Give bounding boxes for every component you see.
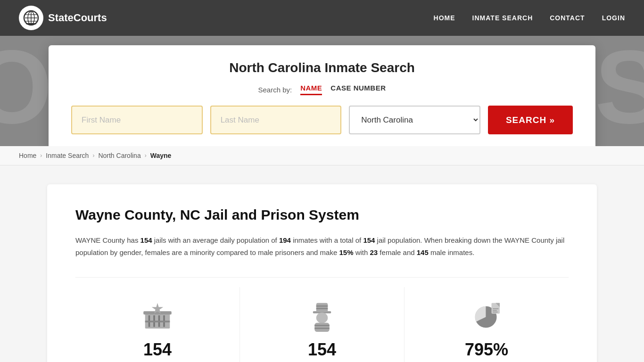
svg-rect-15 xyxy=(145,321,170,322)
stat-jails: 154 Jails xyxy=(75,287,240,362)
svg-rect-19 xyxy=(316,308,328,309)
county-description: WAYNE County has 154 jails with an avera… xyxy=(75,234,569,258)
inmate-search-link[interactable]: INMATE SEARCH xyxy=(472,14,533,22)
search-by-row: Search by: NAME CASE NUMBER xyxy=(71,84,573,95)
header: COURTHOUSE StateCourts HOME INMATE SE xyxy=(0,0,644,146)
tab-case-number[interactable]: CASE NUMBER xyxy=(330,84,386,95)
breadcrumb-sep-2: › xyxy=(92,152,94,159)
svg-rect-17 xyxy=(316,303,328,312)
breadcrumb-inmate-search[interactable]: Inmate Search xyxy=(46,152,89,159)
breadcrumb-nc[interactable]: North Carolina xyxy=(98,152,140,159)
nav-links: HOME INMATE SEARCH CONTACT LOGIN xyxy=(434,14,625,22)
breadcrumb-home[interactable]: Home xyxy=(19,152,36,159)
breadcrumb: Home › Inmate Search › North Carolina › … xyxy=(0,146,644,165)
jails-number: 154 xyxy=(143,340,172,360)
desc-mid1: jails with an average daily population o… xyxy=(152,236,279,244)
desc-total: 154 xyxy=(363,236,375,244)
desc-pct: 15% xyxy=(339,248,353,256)
svg-rect-29 xyxy=(493,312,498,313)
logo-text: StateCourts xyxy=(48,12,107,24)
desc-intro: WAYNE County has xyxy=(75,236,140,244)
logo-icon xyxy=(19,6,43,30)
jail-rate-icon xyxy=(468,296,505,334)
last-name-input[interactable] xyxy=(210,106,342,134)
breadcrumb-sep-3: › xyxy=(145,152,147,159)
desc-avg-pop: 194 xyxy=(279,236,291,244)
svg-rect-23 xyxy=(314,328,330,329)
search-inputs-row: North Carolina Alabama Alaska Arizona Ar… xyxy=(71,106,573,134)
search-card-title: North Carolina Inmate Search xyxy=(71,60,573,75)
tab-name[interactable]: NAME xyxy=(300,84,322,95)
stat-jail-rate: 795% Jail Rate xyxy=(405,287,569,362)
stat-prisoners: 154 Prisoners xyxy=(240,287,405,362)
login-link[interactable]: LOGIN xyxy=(602,14,625,22)
county-title: Wayne County, NC Jail and Prison System xyxy=(75,207,569,223)
logo[interactable]: StateCourts xyxy=(19,6,107,30)
contact-link[interactable]: CONTACT xyxy=(550,14,585,22)
desc-mid2: inmates with a total of xyxy=(291,236,363,244)
search-card-wrapper: North Carolina Inmate Search Search by: … xyxy=(0,36,644,146)
state-select[interactable]: North Carolina Alabama Alaska Arizona Ar… xyxy=(349,106,480,134)
prisoners-number: 154 xyxy=(308,340,336,360)
svg-rect-22 xyxy=(314,325,330,326)
navbar: StateCourts HOME INMATE SEARCH CONTACT L… xyxy=(0,0,644,36)
first-name-input[interactable] xyxy=(71,106,203,134)
svg-rect-28 xyxy=(493,310,497,311)
desc-male: 145 xyxy=(417,248,429,256)
svg-rect-21 xyxy=(314,323,330,332)
desc-mid5: female and xyxy=(378,248,417,256)
home-link[interactable]: HOME xyxy=(434,14,455,22)
svg-point-20 xyxy=(316,313,328,323)
stats-row: 154 Jails xyxy=(75,277,569,362)
svg-rect-9 xyxy=(143,311,172,314)
prisoner-icon xyxy=(303,296,341,334)
jail-rate-number: 795% xyxy=(465,340,508,360)
desc-jails: 154 xyxy=(140,236,152,244)
desc-mid4: with xyxy=(354,248,370,256)
svg-rect-7 xyxy=(26,23,36,25)
breadcrumb-sep-1: › xyxy=(40,152,42,159)
search-button[interactable]: SEARCH » xyxy=(488,106,573,134)
content-card: Wayne County, NC Jail and Prison System … xyxy=(47,184,597,362)
svg-rect-18 xyxy=(316,305,328,307)
svg-rect-27 xyxy=(493,308,498,309)
search-card: North Carolina Inmate Search Search by: … xyxy=(49,45,595,146)
main-content: Wayne County, NC Jail and Prison System … xyxy=(0,165,644,362)
desc-female: 23 xyxy=(370,248,378,256)
jail-icon xyxy=(139,296,176,334)
search-by-label: Search by: xyxy=(258,86,292,94)
breadcrumb-wayne: Wayne xyxy=(150,152,172,159)
desc-end: male inmates. xyxy=(429,248,475,256)
